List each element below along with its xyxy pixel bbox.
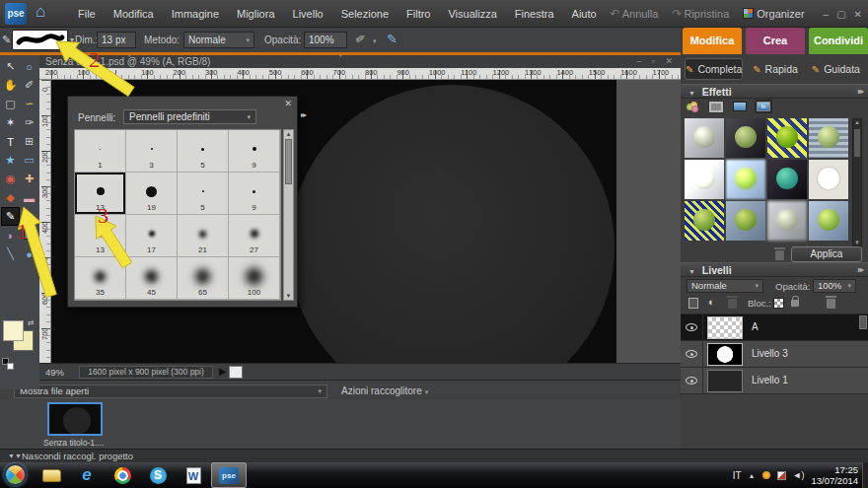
- eyedropper-tool[interactable]: ✐: [20, 76, 38, 95]
- taskbar-app-internet-explorer[interactable]: e: [69, 462, 105, 488]
- metodo-select[interactable]: Normale▾: [183, 32, 254, 48]
- recompose-tool[interactable]: ▭: [20, 151, 38, 170]
- quick-selection-tool[interactable]: ✑: [20, 113, 38, 132]
- scroll-down-icon[interactable]: ▼: [284, 293, 293, 299]
- apply-button[interactable]: Applica: [791, 246, 862, 262]
- close-button[interactable]: ✕: [854, 9, 862, 20]
- menu-aiuto[interactable]: Aiuto: [563, 8, 606, 20]
- brush-mode-icon[interactable]: ✎: [387, 32, 398, 46]
- airbrush-dropdown-icon[interactable]: ▾: [373, 37, 377, 45]
- document-title-bar[interactable]: Senza titolo-1.psd @ 49% (A, RGB/8) ‒ ▫ …: [39, 55, 681, 68]
- organizer-button[interactable]: Organizer: [738, 8, 809, 20]
- scroll-up-icon[interactable]: ▲: [284, 131, 293, 137]
- blur-tool[interactable]: ●: [20, 244, 38, 263]
- layers-scrollbar[interactable]: [859, 315, 867, 329]
- layer-styles-icon[interactable]: [733, 102, 747, 111]
- show-desktop-button[interactable]: [862, 462, 868, 488]
- brush-preset-35[interactable]: 35: [75, 257, 126, 300]
- bin-dropdown-icon[interactable]: ▾: [318, 385, 322, 397]
- move-tool[interactable]: ↖: [1, 57, 20, 76]
- taskbar-app-skype[interactable]: S: [140, 462, 176, 488]
- tray-icon-red[interactable]: [777, 471, 786, 480]
- brush-preset-27[interactable]: 27: [229, 215, 280, 257]
- visibility-eye-icon[interactable]: [686, 350, 697, 358]
- delete-layer-icon[interactable]: [827, 299, 835, 309]
- crop-tool[interactable]: ⊞: [20, 132, 38, 151]
- redo-button[interactable]: ↷Ripristina: [667, 7, 734, 21]
- mode-completa[interactable]: ✎Completa: [685, 58, 743, 80]
- scroll-up-icon[interactable]: ▲: [853, 119, 861, 125]
- menu-finestra[interactable]: Finestra: [506, 8, 563, 20]
- layer-row-livello-3[interactable]: Livello 3: [681, 341, 868, 368]
- collapse-triangle-icon[interactable]: ▼: [688, 90, 695, 97]
- brush-preset-100[interactable]: 100: [229, 257, 280, 300]
- zoom-level[interactable]: 49%: [45, 367, 64, 378]
- lock-transparency-icon[interactable]: [773, 298, 784, 309]
- frames-icon[interactable]: [709, 102, 723, 112]
- photo-effects-icon[interactable]: fx: [757, 102, 770, 111]
- document-size-info[interactable]: 1600 pixel x 900 pixel (300 ppi): [79, 366, 213, 379]
- brush-preset-5[interactable]: 5: [178, 173, 229, 215]
- clock[interactable]: 17:25 13/07/2014: [811, 464, 858, 486]
- language-indicator[interactable]: IT: [733, 470, 742, 481]
- cookie-cutter-tool[interactable]: ★: [1, 151, 20, 170]
- status-arrow-icon[interactable]: ▶: [219, 366, 227, 377]
- mode-guidata[interactable]: ✎Guidata: [808, 58, 864, 80]
- preset-dropdown-icon[interactable]: ▾: [247, 110, 251, 123]
- default-colors-white[interactable]: [7, 363, 14, 370]
- menu-immagine[interactable]: Immagine: [163, 8, 228, 20]
- tab-condividi[interactable]: Condividi: [809, 28, 868, 54]
- layer-thumbnail[interactable]: [707, 343, 743, 366]
- effect-thumb-water-texture[interactable]: [809, 118, 848, 158]
- panel-more-icon[interactable]: ▸▸: [858, 85, 862, 99]
- open-file-thumbnail[interactable]: [47, 402, 103, 436]
- foreground-color-swatch[interactable]: [3, 320, 24, 341]
- opacita-input[interactable]: 100%▾: [304, 32, 347, 48]
- brush-preset-65[interactable]: 65: [178, 257, 229, 300]
- airbrush-icon[interactable]: ✐: [354, 32, 366, 47]
- popup-close-icon[interactable]: ✕: [284, 99, 292, 108]
- tray-icon-orange[interactable]: [762, 471, 770, 479]
- scrollbar-thumb[interactable]: [285, 139, 292, 184]
- effects-trash-icon[interactable]: [775, 250, 784, 260]
- gradient-tool[interactable]: [20, 226, 38, 244]
- taskbar-app-photoshop-elements[interactable]: pse: [211, 462, 247, 488]
- adjustment-layer-icon[interactable]: ◐: [708, 296, 715, 308]
- layer-thumbnail[interactable]: [707, 316, 743, 339]
- brush-tool[interactable]: ✎: [1, 207, 20, 226]
- dim-input[interactable]: 13 px▾: [97, 32, 136, 48]
- effect-thumb-fog[interactable]: [767, 201, 807, 241]
- brush-preset-9[interactable]: 9: [229, 130, 280, 173]
- brush-preset-select[interactable]: Pennelli predefiniti▾: [123, 109, 256, 124]
- smart-brush-tool[interactable]: ✿: [20, 207, 38, 226]
- tray-expand-icon[interactable]: ▲: [749, 472, 756, 479]
- effects-scrollbar[interactable]: ▲ ▼: [852, 118, 862, 246]
- marquee-tool[interactable]: ▢: [1, 95, 20, 113]
- effect-thumb-plaster[interactable]: [685, 118, 724, 158]
- menu-visualizza[interactable]: Visualizza: [439, 8, 505, 20]
- swap-colors-icon[interactable]: ⇄: [28, 318, 35, 327]
- effects-panel-header[interactable]: ▼ Effetti ▸▸: [681, 84, 868, 99]
- shape-tool[interactable]: ╲: [1, 244, 20, 263]
- effect-thumb-glossy-dark[interactable]: [767, 160, 807, 199]
- filters-icon[interactable]: [687, 102, 699, 112]
- hide-project-bin-bar[interactable]: ▼▼ Nascondi raccogl. progetto: [0, 449, 868, 462]
- maximize-button[interactable]: ▢: [836, 9, 845, 20]
- bin-actions-menu[interactable]: Azioni raccoglitore▾: [341, 385, 428, 396]
- scrollbar-thumb[interactable]: [854, 129, 860, 157]
- layers-panel-header[interactable]: ▼ Livelli ▸▸: [681, 262, 868, 277]
- new-layer-icon[interactable]: [688, 298, 698, 309]
- brush-preset-13[interactable]: 13: [75, 215, 126, 257]
- red-eye-tool[interactable]: ◉: [1, 170, 20, 188]
- tab-modifica[interactable]: Modifica: [683, 28, 742, 54]
- brush-stroke-preview[interactable]: [12, 30, 68, 50]
- menu-migliora[interactable]: Migliora: [228, 8, 284, 20]
- lasso-tool[interactable]: ∽: [20, 95, 38, 113]
- brush-preset-45[interactable]: 45: [126, 257, 178, 300]
- effect-thumb-mosaic[interactable]: [767, 118, 807, 158]
- healing-brush-tool[interactable]: ✚: [20, 170, 38, 188]
- taskbar-app-explorer[interactable]: [34, 462, 69, 488]
- effect-thumb-paper-cutout[interactable]: [809, 160, 848, 199]
- layer-row-a[interactable]: A: [681, 314, 868, 341]
- brush-grid-scrollbar[interactable]: ▲ ▼: [283, 129, 294, 301]
